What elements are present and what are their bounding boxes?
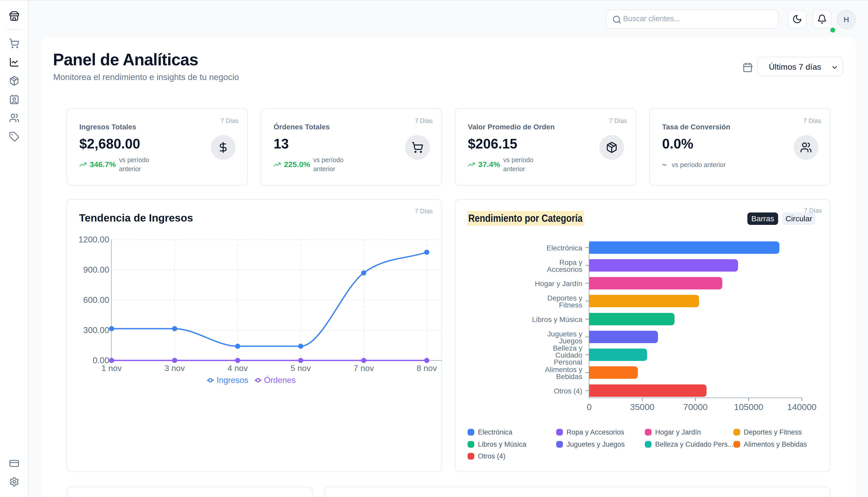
svg-text:Bebidas: Bebidas — [556, 372, 582, 381]
svg-text:Fitness: Fitness — [559, 301, 582, 309]
svg-text:140000: 140000 — [787, 402, 816, 412]
svg-text:0: 0 — [587, 402, 592, 412]
svg-text:600.00: 600.00 — [83, 295, 109, 305]
svg-text:Accesorios: Accesorios — [547, 266, 582, 273]
svg-text:7 nov: 7 nov — [354, 364, 374, 373]
svg-text:300.00: 300.00 — [83, 325, 109, 335]
svg-text:1200.00: 1200.00 — [79, 235, 109, 244]
svg-text:8 nov: 8 nov — [417, 364, 437, 373]
svg-text:4 nov: 4 nov — [228, 364, 248, 373]
svg-text:900.00: 900.00 — [83, 265, 109, 274]
svg-text:5 nov: 5 nov — [291, 364, 311, 373]
svg-text:Hogar y Jardín: Hogar y Jardín — [535, 280, 582, 288]
svg-text:70000: 70000 — [683, 402, 708, 412]
svg-text:105000: 105000 — [734, 402, 763, 412]
svg-text:35000: 35000 — [630, 402, 655, 412]
svg-text:3 nov: 3 nov — [165, 364, 185, 373]
svg-text:Electrónica: Electrónica — [546, 244, 582, 252]
svg-text:Libros y Música: Libros y Música — [532, 315, 582, 324]
svg-text:Otros (4): Otros (4) — [554, 387, 582, 395]
svg-text:Juegos: Juegos — [559, 337, 582, 345]
svg-text:1 nov: 1 nov — [101, 364, 122, 373]
svg-text:Personal: Personal — [554, 358, 582, 366]
